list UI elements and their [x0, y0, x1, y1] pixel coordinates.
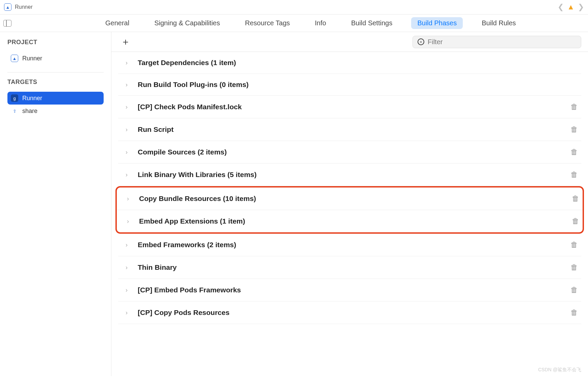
- chevron-right-icon[interactable]: ›: [126, 309, 130, 316]
- body: PROJECT ▲ Runner TARGETS gRunner⇧share ＋…: [0, 32, 588, 376]
- chevron-right-icon[interactable]: ›: [126, 149, 130, 156]
- target-app-icon: g: [11, 94, 18, 102]
- app-icon: ▲: [4, 3, 11, 11]
- tab-signing-capabilities[interactable]: Signing & Capabilities: [148, 17, 226, 29]
- sidebar-divider: [7, 72, 104, 72]
- filter-input[interactable]: [428, 38, 576, 46]
- tab-general[interactable]: General: [99, 17, 135, 29]
- target-item-label: Runner: [22, 95, 42, 102]
- watermark: CSDN @鲨鱼不会飞: [538, 367, 581, 373]
- phase-list: ›Target Dependencies (1 item)›Run Build …: [111, 52, 588, 324]
- phase-row[interactable]: ›Link Binary With Libraries (5 items)🗑: [118, 164, 581, 186]
- target-item-share[interactable]: ⇧share: [7, 105, 104, 117]
- phase-row[interactable]: ›Thin Binary🗑: [118, 256, 581, 279]
- phase-title: Link Binary With Libraries (5 items): [138, 171, 570, 179]
- chevron-right-icon[interactable]: ›: [126, 241, 130, 249]
- phase-row[interactable]: ›Copy Bundle Resources (10 items)🗑: [117, 187, 583, 210]
- phase-row[interactable]: ›Embed Frameworks (2 items)🗑: [118, 234, 581, 256]
- phase-title: Embed App Extensions (1 item): [139, 217, 572, 225]
- target-item-runner[interactable]: gRunner: [7, 92, 104, 105]
- phase-title: Compile Sources (2 items): [138, 148, 570, 156]
- phase-row[interactable]: ›[CP] Embed Pods Frameworks🗑: [118, 279, 581, 301]
- nav-back-icon[interactable]: ❮: [558, 3, 564, 11]
- trash-icon[interactable]: 🗑: [570, 263, 578, 272]
- chevron-right-icon[interactable]: ›: [126, 126, 130, 133]
- titlebar-nav: ❮ ▲ ❯: [558, 3, 584, 11]
- titlebar-title: Runner: [15, 4, 32, 10]
- phase-title: [CP] Copy Pods Resources: [138, 309, 570, 317]
- phase-title: [CP] Check Pods Manifest.lock: [138, 103, 570, 111]
- chevron-right-icon[interactable]: ›: [126, 264, 130, 271]
- chevron-right-icon[interactable]: ›: [126, 171, 130, 178]
- targets-section-label: TARGETS: [7, 79, 104, 86]
- phase-row[interactable]: ›Compile Sources (2 items)🗑: [118, 141, 581, 164]
- phase-title: Copy Bundle Resources (10 items): [139, 195, 572, 203]
- tabs: GeneralSigning & CapabilitiesResource Ta…: [99, 17, 522, 29]
- phase-title: Run Build Tool Plug-ins (0 items): [138, 81, 578, 89]
- phase-row[interactable]: ›Target Dependencies (1 item): [118, 52, 581, 74]
- content: ＋ ≡ ›Target Dependencies (1 item)›Run Bu…: [111, 32, 588, 376]
- chevron-right-icon[interactable]: ›: [126, 81, 130, 88]
- project-item-label: Runner: [22, 55, 42, 62]
- trash-icon[interactable]: 🗑: [570, 308, 578, 317]
- nav-forward-icon[interactable]: ❯: [578, 3, 584, 11]
- phase-row[interactable]: ›Run Build Tool Plug-ins (0 items): [118, 74, 581, 96]
- trash-icon[interactable]: 🗑: [572, 194, 579, 203]
- trash-icon[interactable]: 🗑: [570, 125, 578, 134]
- trash-icon[interactable]: 🗑: [570, 103, 578, 111]
- panel-toggle-icon[interactable]: [3, 20, 11, 27]
- tab-build-rules[interactable]: Build Rules: [476, 17, 522, 29]
- upload-icon: ⇧: [11, 107, 18, 115]
- phase-title: Target Dependencies (1 item): [138, 59, 578, 67]
- phase-title: Embed Frameworks (2 items): [138, 241, 570, 249]
- chevron-right-icon[interactable]: ›: [126, 104, 130, 111]
- phase-row[interactable]: ›[CP] Copy Pods Resources🗑: [118, 301, 581, 324]
- warning-icon[interactable]: ▲: [567, 3, 574, 11]
- chevron-right-icon[interactable]: ›: [126, 59, 130, 66]
- header: GeneralSigning & CapabilitiesResource Ta…: [0, 14, 588, 32]
- phase-row[interactable]: ›[CP] Check Pods Manifest.lock🗑: [118, 96, 581, 118]
- tab-resource-tags[interactable]: Resource Tags: [239, 17, 296, 29]
- tab-info[interactable]: Info: [309, 17, 332, 29]
- phase-row[interactable]: ›Run Script🗑: [118, 118, 581, 141]
- titlebar-left: ▲ Runner: [4, 3, 32, 11]
- highlighted-group: ›Copy Bundle Resources (10 items)🗑›Embed…: [115, 186, 584, 234]
- filter-box[interactable]: ≡: [412, 36, 581, 48]
- target-item-label: share: [22, 108, 37, 115]
- chevron-right-icon[interactable]: ›: [126, 287, 130, 294]
- trash-icon[interactable]: 🗑: [570, 148, 578, 156]
- trash-icon[interactable]: 🗑: [572, 217, 579, 226]
- trash-icon[interactable]: 🗑: [570, 240, 578, 249]
- trash-icon[interactable]: 🗑: [570, 170, 578, 179]
- phase-title: Thin Binary: [138, 263, 570, 271]
- phase-title: Run Script: [138, 125, 570, 134]
- filter-icon: ≡: [418, 38, 424, 45]
- tab-build-settings[interactable]: Build Settings: [345, 17, 398, 29]
- project-icon: ▲: [11, 55, 18, 62]
- chevron-right-icon[interactable]: ›: [127, 195, 132, 202]
- phase-title: [CP] Embed Pods Frameworks: [138, 286, 570, 294]
- chevron-right-icon[interactable]: ›: [127, 218, 132, 225]
- sidebar: PROJECT ▲ Runner TARGETS gRunner⇧share: [0, 32, 111, 376]
- project-item-runner[interactable]: ▲ Runner: [7, 52, 104, 65]
- phase-row[interactable]: ›Embed App Extensions (1 item)🗑: [117, 210, 583, 232]
- add-phase-button[interactable]: ＋: [121, 35, 130, 48]
- project-section-label: PROJECT: [7, 39, 104, 46]
- trash-icon[interactable]: 🗑: [570, 286, 578, 294]
- titlebar: ▲ Runner ❮ ▲ ❯: [0, 0, 588, 14]
- tab-build-phases[interactable]: Build Phases: [411, 17, 463, 29]
- toolbar: ＋ ≡: [111, 32, 588, 52]
